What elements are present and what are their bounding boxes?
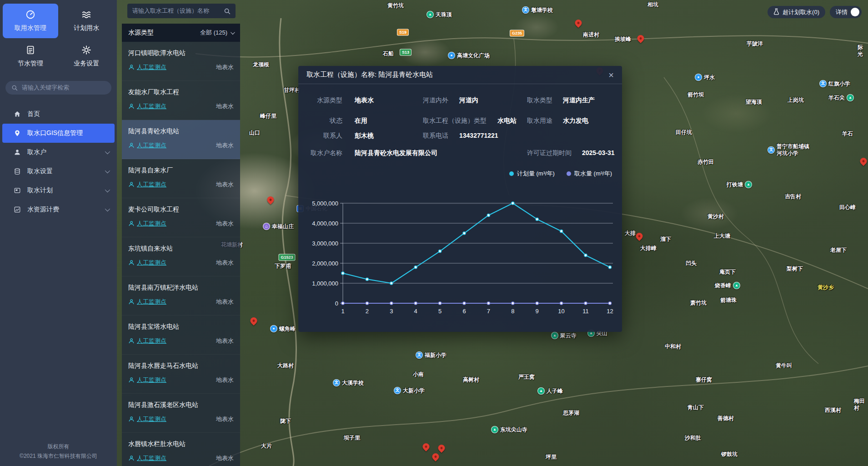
- info-row: 联系人彭木桃联系电话13432771221: [298, 130, 622, 141]
- map-place-name: 羊石尖: [828, 95, 845, 101]
- map-place-name: 思茅湖: [563, 410, 579, 416]
- modal-title: 取水工程（设施）名称: 陆河县青砼水电站: [306, 70, 433, 79]
- facility-list-item[interactable]: 陆河县宝塔水电站人工监测点地表水: [122, 316, 240, 355]
- source-type-filter[interactable]: 水源类型 全部 (125): [122, 24, 240, 42]
- facility-list-item[interactable]: 陆河县南万镇杞洋水电站人工监测点地表水: [122, 276, 240, 316]
- facility-list-item[interactable]: 河口镇唱歌潭水电站人工监测点地表水: [122, 42, 240, 81]
- map-place-label: 大排: [625, 230, 636, 237]
- info-pair-取水户名称: 取水户名称陆河县青砼水电发展有限公司: [298, 147, 437, 158]
- map-place-name: 南进村: [583, 31, 599, 38]
- facility-list-item[interactable]: 陆河县水唇走马石水电站人工监测点地表水: [122, 355, 240, 394]
- facility-list-item[interactable]: 东坑镇自来水站人工监测点地表水: [122, 237, 240, 276]
- gauge-icon: [25, 10, 35, 21]
- launcher-tile-label: 取用水管理: [15, 24, 46, 32]
- map-place-label: 龙颈根: [253, 61, 269, 68]
- map-place-label: 梨树下: [787, 266, 803, 272]
- mount-marker-icon: ▲: [733, 282, 740, 289]
- map-place-label: ▲聚云寺: [551, 332, 577, 339]
- sidebar-search-input[interactable]: 请输入关键字检索: [5, 81, 111, 95]
- manual-monitor-link[interactable]: 人工监测点: [128, 337, 166, 345]
- sidebar-item-取水计划[interactable]: 取水计划: [0, 181, 117, 200]
- red-pin-marker-icon[interactable]: [437, 443, 446, 453]
- sidebar-item-label: 首页: [27, 110, 40, 118]
- svg-text:12: 12: [607, 308, 613, 315]
- facility-list-item[interactable]: 陆河县自来水厂人工监测点地表水: [122, 159, 240, 198]
- facility-list-item[interactable]: 友能水厂取水工程人工监测点地表水: [122, 81, 240, 120]
- info-pair-联系电话: 联系电话13432771221: [423, 130, 498, 141]
- red-pin-marker-icon[interactable]: [858, 156, 868, 166]
- sidebar-item-水资源计费[interactable]: 水资源计费: [0, 200, 117, 219]
- manual-monitor-link[interactable]: 人工监测点: [128, 454, 166, 462]
- manual-monitor-link[interactable]: 人工监测点: [128, 415, 166, 423]
- road-shield-label: S13: [400, 49, 411, 56]
- manual-monitor-link[interactable]: 人工监测点: [128, 376, 166, 384]
- facility-list-item[interactable]: 陆河县青砼水电站人工监测点地表水: [122, 120, 240, 159]
- info-pair-取水工程（设施）类型: 取水工程（设施）类型水电站: [423, 115, 517, 126]
- sidebar-item-取水户[interactable]: 取水户: [0, 143, 117, 162]
- map-place-name: 石船: [383, 50, 394, 57]
- legend-dot-icon: [567, 171, 571, 176]
- map-place-name: 上大塘: [714, 233, 730, 240]
- map-place-name: 坝子里: [344, 435, 360, 441]
- info-label: 状态: [298, 115, 342, 126]
- legend-item[interactable]: 取水量 (m³/年): [567, 170, 612, 178]
- info-row: 状态在用取水工程（设施）类型水电站取水用途水力发电: [298, 115, 622, 126]
- map-place-name: 庵页下: [719, 269, 736, 276]
- person-icon: [128, 377, 135, 383]
- launcher-tile-计划用水[interactable]: 计划用水: [59, 4, 115, 38]
- svg-text:7: 7: [487, 308, 490, 315]
- manual-monitor-link[interactable]: 人工监测点: [128, 259, 166, 267]
- red-pin-marker-icon[interactable]: [636, 34, 645, 43]
- map-place-label: ●螺角峰: [270, 325, 296, 332]
- sidebar-item-取水设置[interactable]: 取水设置: [0, 162, 117, 181]
- red-pin-marker-icon[interactable]: [266, 195, 275, 205]
- info-label: 取水用途: [527, 115, 552, 126]
- facility-search-input[interactable]: 请输入取水工程（设施）名称: [127, 4, 236, 18]
- detail-toggle[interactable]: 详情: [830, 6, 862, 18]
- map-place-label: 黄沙乡: [818, 284, 834, 291]
- app-launcher: 取用水管理计划用水节水管理业务设置: [0, 0, 117, 74]
- facility-list-item[interactable]: 麦卡公司取水工程人工监测点地表水: [122, 198, 240, 237]
- map-place-name: 坪里: [546, 454, 557, 461]
- map-place-name: 西溪村: [825, 407, 841, 414]
- manual-monitor-link[interactable]: 人工监测点: [128, 141, 166, 150]
- manual-monitor-link[interactable]: 人工监测点: [128, 63, 166, 71]
- school-marker-icon: 文: [394, 387, 401, 394]
- red-pin-marker-icon[interactable]: [573, 18, 583, 28]
- red-pin-marker-icon[interactable]: [249, 316, 258, 326]
- info-row: 水源类型地表水河道内外河道内取水类型河道内生产: [298, 95, 622, 105]
- legend-item[interactable]: 计划量 (m³/年): [509, 170, 555, 178]
- red-pin-marker-icon[interactable]: [421, 442, 431, 451]
- map-place-label: 赤竹田: [697, 159, 714, 165]
- manual-monitor-link[interactable]: 人工监测点: [128, 102, 166, 110]
- map-place-name: 龙颈根: [253, 61, 269, 68]
- intake-chart: 01,000,0002,000,0003,000,0004,000,0005,0…: [298, 184, 622, 330]
- manual-monitor-link[interactable]: 人工监测点: [128, 180, 166, 189]
- red-pin-marker-icon[interactable]: [431, 452, 440, 461]
- map-place-name: 红旗小学: [828, 80, 850, 87]
- manual-monitor-link[interactable]: 人工监测点: [128, 220, 166, 228]
- sidebar-item-首页[interactable]: 首页: [0, 105, 117, 124]
- launcher-tile-节水管理[interactable]: 节水管理: [3, 39, 58, 74]
- mount-marker-icon: ▲: [426, 11, 434, 18]
- info-value: 河道内: [459, 95, 478, 105]
- sidebar-item-取水口GIS信息管理[interactable]: 取水口GIS信息管理: [2, 124, 115, 143]
- sidebar-item-label: 取水设置: [27, 167, 53, 175]
- close-icon[interactable]: ×: [608, 70, 614, 80]
- over-plan-intake-button[interactable]: 超计划取水(0): [768, 6, 825, 18]
- map-place-label: 文大溪学校: [333, 379, 364, 386]
- facility-list-item[interactable]: 水唇镇水栏肚水电站人工监测点地表水: [122, 433, 240, 466]
- red-pin-marker-icon[interactable]: [634, 231, 644, 241]
- manual-monitor-link[interactable]: 人工监测点: [128, 298, 166, 306]
- location-pin-icon: [14, 130, 21, 137]
- launcher-tile-业务设置[interactable]: 业务设置: [59, 39, 115, 74]
- map-place-label: 中和村: [665, 343, 681, 350]
- launcher-tile-取用水管理[interactable]: 取用水管理: [3, 4, 58, 38]
- map-place-label: 陇下: [280, 418, 291, 425]
- facility-list-item[interactable]: 陆河县激石溪老区水电站人工监测点地表水: [122, 394, 240, 433]
- map-place-label: 青山下: [687, 404, 704, 411]
- toggle-knob[interactable]: [851, 8, 859, 16]
- map-place-name: 福新小学: [425, 352, 447, 359]
- map-place-name: 黄沙村: [707, 213, 724, 220]
- map-place-label: 坝子里: [344, 435, 360, 441]
